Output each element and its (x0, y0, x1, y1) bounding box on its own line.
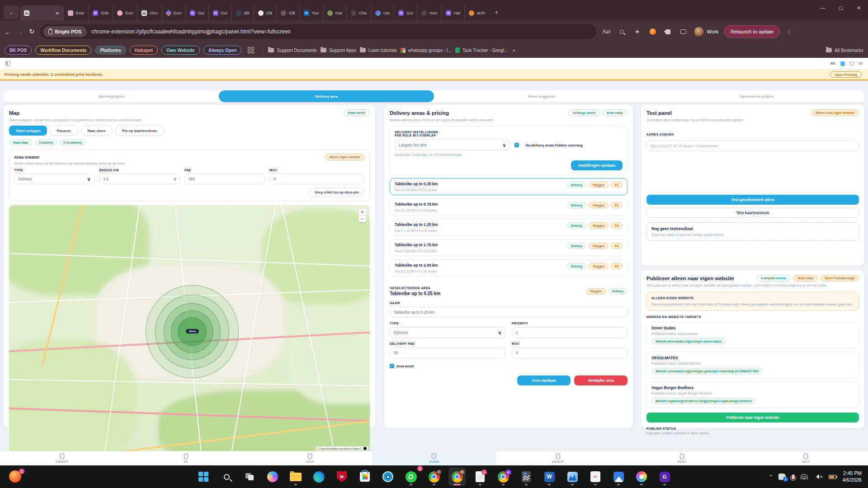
teken-polygon-button[interactable]: Teken polygon (9, 126, 47, 136)
forward-button[interactable]: → (17, 28, 24, 36)
close-tab-icon[interactable]: ✕ (56, 11, 59, 16)
pin-op-kaartcentrum-button[interactable]: Pin op kaartcentrum (115, 126, 164, 136)
browser-menu-icon[interactable]: ⋮ (786, 28, 792, 35)
all-bookmarks[interactable]: All Bookmarks (826, 48, 863, 53)
calculator-button[interactable] (518, 468, 535, 486)
browser-tab[interactable]: chro (137, 5, 162, 21)
tab-menu-suggestie[interactable]: Menu suggestie (434, 90, 649, 102)
word-button[interactable]: W (541, 468, 558, 486)
browser-tab[interactable]: Cha (346, 5, 371, 21)
type-select[interactable]: Delivery∨ (14, 174, 94, 184)
tab-group-platforms[interactable]: Platforms (95, 46, 126, 55)
bookmark-task-tracker[interactable]: Task Tracker - Googl... (455, 47, 508, 53)
viewer-app-button[interactable] (379, 468, 396, 486)
chrome-profile1-button[interactable] (425, 468, 443, 486)
area-list-item[interactable]: Tablevibe up to 1.70 kmFee € 1,88 MOV € … (390, 239, 627, 256)
browser-tab[interactable]: Goo (162, 5, 185, 21)
browser-tab[interactable]: mar (323, 5, 347, 21)
tab-group-hubspot[interactable]: Hubspot (130, 46, 158, 55)
tab-openingstijden[interactable]: Openingstijden (4, 90, 219, 102)
bookmark-star-icon[interactable]: ★ (632, 28, 642, 35)
fee-input[interactable]: 250 (184, 174, 265, 184)
radius-input[interactable]: 1.2 (99, 174, 179, 184)
browser-tab[interactable]: can (371, 5, 394, 21)
browser-tab[interactable]: Glit (276, 5, 299, 21)
map-view[interactable]: Store + − © OpenStreetMap contributors |… (9, 205, 370, 452)
browser-tab[interactable]: arch (464, 5, 489, 21)
tab-delivery-area[interactable]: Delivery area (219, 90, 434, 102)
monitor-app-button[interactable] (564, 468, 581, 486)
tab-group-own-website[interactable]: Own Website (161, 46, 200, 55)
browser-tab[interactable]: Gui (185, 5, 208, 21)
search-icon[interactable] (617, 30, 627, 34)
edge-button[interactable] (310, 468, 327, 486)
zoom-out-button[interactable]: − (359, 216, 366, 222)
gear-icon[interactable]: ⚙ (859, 61, 863, 66)
chrome-profile2-button[interactable] (448, 468, 466, 486)
tab-group-workflow-documents[interactable]: Workflow Documents (35, 46, 91, 55)
panel-icon[interactable] (840, 61, 845, 66)
start-button[interactable] (195, 468, 212, 486)
tab-dynamische-prijzen[interactable]: Dynamische prijzen (649, 90, 864, 102)
minimize-button[interactable]: — (814, 0, 832, 15)
omnibox[interactable]: Bright POS chrome-extension://pfpclfcaaa… (40, 24, 596, 39)
relaunch-update-button[interactable]: Relaunch to update (724, 25, 780, 38)
test-kaartcentrum-button[interactable]: Test kaartcentrum (646, 208, 859, 218)
area-list-item[interactable]: Tablevibe up to 0.75 kmFee € 1,28 MOV € … (390, 198, 627, 216)
taskbar-clock[interactable]: 2:45 PM 4/6/2026 (842, 470, 862, 483)
test-geselecteerd-adres-button[interactable]: Test geselecteerd adres (646, 195, 859, 205)
whatsapp-button[interactable]: 1 (402, 468, 420, 486)
guidde-button[interactable]: G (656, 468, 673, 486)
file-explorer-button[interactable] (287, 468, 304, 486)
zoom-in-button[interactable]: + (359, 209, 366, 216)
fee-rule-select[interactable]: Laagste fee wint∨ (395, 140, 510, 150)
verwijder-area-button[interactable]: Verwijder area (574, 375, 627, 385)
browser-tab[interactable]: Yuv (299, 5, 323, 21)
profile-chip[interactable]: Work (694, 27, 718, 37)
bookmark-folder-support-apps[interactable]: Support Apps (321, 48, 356, 53)
adres-zoeken-input[interactable] (646, 141, 859, 151)
nav-help[interactable]: HELP (744, 451, 868, 465)
notepad-button[interactable]: + (472, 468, 489, 486)
nav-bk[interactable]: BK (124, 451, 248, 465)
nav-orders[interactable]: ORDERS (0, 451, 124, 465)
area-actief-checkbox[interactable]: ✓ (390, 364, 394, 368)
voeg-cirkel-toe-button[interactable]: Voeg cirkel toe op store-pin (309, 188, 365, 197)
cast-icon[interactable] (679, 29, 689, 34)
mcafee-button[interactable]: M (333, 468, 350, 486)
sidebar-toggle-icon[interactable] (5, 61, 10, 66)
browser-tab[interactable]: di8 (231, 5, 254, 21)
browser-tab[interactable]: Gui (394, 5, 417, 21)
browser-tab[interactable]: Gui (208, 5, 231, 21)
bookmark-folder-support-documents[interactable]: Support Documents (268, 48, 316, 53)
area-list-item[interactable]: Tablevibe up to 2.00 kmFee € 2,23 MOV € … (390, 259, 627, 277)
translate-icon[interactable]: A⇄ (602, 28, 612, 35)
close-button[interactable]: ✕ (850, 0, 868, 15)
browser-tab[interactable]: Goo (113, 5, 137, 21)
area-list-item[interactable]: Tablevibe up to 0.25 kmFee € 0,55 MOV € … (390, 178, 627, 195)
new-tab-button[interactable]: ＋ (491, 6, 502, 18)
delivery-fee-input[interactable] (390, 347, 505, 358)
nav-snooze[interactable]: SNOOZE (496, 451, 620, 465)
publiceer-button[interactable]: Publiceer naar eigen website (646, 413, 859, 422)
tab-group-bk-pos[interactable]: BK POS (5, 46, 32, 55)
wifi-icon[interactable] (801, 474, 808, 479)
pauzeer-button[interactable]: Pauzeer (50, 126, 78, 136)
sound-info-icon[interactable] (778, 474, 786, 480)
battery-icon[interactable] (829, 475, 836, 479)
apps-grid-icon[interactable] (248, 47, 254, 53)
taskbar-search[interactable] (218, 468, 235, 486)
chat-bubble-icon[interactable] (849, 62, 854, 66)
snipping-tool-button[interactable]: ✂ (587, 468, 604, 486)
ms-store-button[interactable] (356, 468, 373, 486)
photos-button[interactable] (610, 468, 627, 486)
nav-store[interactable]: STORE (372, 451, 496, 465)
back-button[interactable]: ← (5, 28, 11, 36)
open-printing-button[interactable]: Open Printing (830, 71, 862, 78)
naam-input[interactable] (390, 307, 627, 318)
paint-button[interactable] (633, 468, 650, 486)
area-opslaan-button[interactable]: Area opslaan (517, 375, 571, 385)
volume-muted-icon[interactable]: ✕ (814, 474, 823, 479)
reload-button[interactable]: ↻ (29, 28, 35, 36)
bookmarks-overflow-icon[interactable]: » (513, 47, 515, 53)
